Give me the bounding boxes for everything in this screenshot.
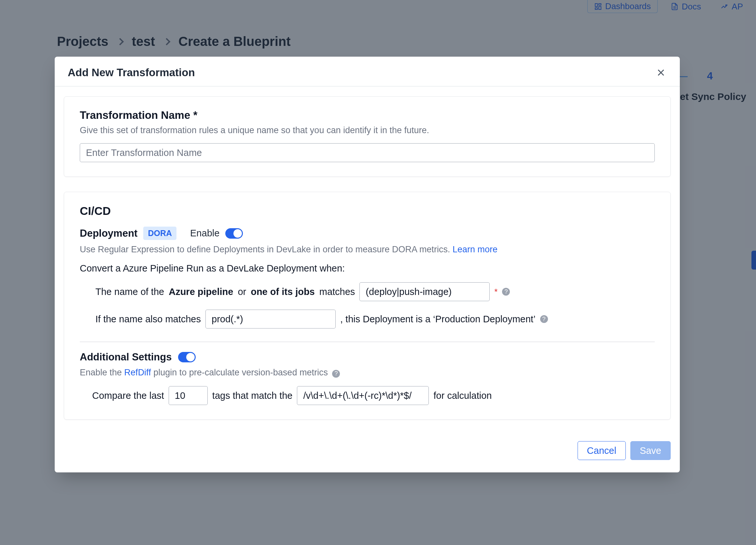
deployment-desc: Use Regular Expression to define Deploym… — [80, 245, 655, 255]
close-icon[interactable] — [655, 67, 667, 78]
deployment-row: Deployment DORA Enable — [80, 227, 655, 240]
additional-settings-row: Additional Settings — [80, 351, 655, 363]
add-transformation-modal: Add New Transformation Transformation Na… — [55, 57, 680, 472]
transformation-name-input[interactable] — [80, 143, 655, 162]
pipeline-match-rule: The name of the Azure pipeline or one of… — [80, 282, 655, 301]
convert-text: Convert a Azure Pipeline Run as a DevLak… — [80, 263, 655, 274]
cicd-title: CI/CD — [80, 204, 655, 217]
add-desc-2: plugin to pre-calculate version-based me… — [151, 368, 328, 377]
compare-t1: Compare the last — [92, 390, 164, 401]
additional-settings-desc: Enable the RefDiff plugin to pre-calcula… — [80, 368, 655, 378]
compare-count-input[interactable] — [169, 386, 208, 405]
rule1-bold2: one of its jobs — [251, 286, 315, 297]
transformation-name-title: Transformation Name * — [80, 109, 655, 121]
dora-badge: DORA — [143, 227, 176, 240]
learn-more-link[interactable]: Learn more — [453, 245, 497, 254]
rule1-text1: The name of the — [95, 286, 164, 297]
transformation-name-card: Transformation Name * Give this set of t… — [64, 96, 671, 177]
compare-pattern-input[interactable] — [297, 386, 429, 405]
rule1-text2: or — [238, 286, 246, 297]
help-icon[interactable]: ? — [332, 370, 340, 378]
help-icon[interactable]: ? — [540, 315, 548, 323]
compare-t3: for calculation — [433, 390, 492, 401]
save-button[interactable]: Save — [630, 441, 671, 460]
additional-settings-toggle[interactable] — [178, 352, 196, 362]
additional-settings-title: Additional Settings — [80, 351, 172, 363]
section-divider — [80, 342, 655, 342]
compare-t2: tags that match the — [212, 390, 293, 401]
rule1-bold1: Azure pipeline — [169, 286, 233, 297]
add-desc-1: Enable the — [80, 368, 124, 377]
compare-row: Compare the last tags that match the for… — [80, 386, 655, 405]
production-regex-input[interactable] — [205, 310, 336, 328]
modal-title: Add New Transformation — [68, 66, 195, 79]
production-match-rule: If the name also matches , this Deployme… — [80, 310, 655, 328]
help-icon[interactable]: ? — [502, 288, 510, 296]
refdiff-link[interactable]: RefDiff — [124, 368, 151, 377]
cicd-card: CI/CD Deployment DORA Enable Use Regular… — [64, 192, 671, 420]
pipeline-regex-input[interactable] — [359, 282, 490, 301]
rule2-text2: , this Deployment is a ‘Production Deplo… — [340, 314, 536, 325]
deployment-label: Deployment — [80, 228, 137, 239]
transformation-name-desc: Give this set of transformation rules a … — [80, 125, 655, 135]
rule1-text3: matches — [319, 286, 355, 297]
rule2-text1: If the name also matches — [95, 314, 201, 325]
modal-footer: Cancel Save — [55, 438, 680, 472]
cancel-button[interactable]: Cancel — [578, 441, 626, 460]
deployment-enable-toggle[interactable] — [225, 228, 243, 239]
enable-label: Enable — [190, 228, 219, 239]
required-mark: * — [494, 287, 497, 297]
deployment-desc-text: Use Regular Expression to define Deploym… — [80, 245, 453, 254]
modal-body: Transformation Name * Give this set of t… — [55, 87, 680, 438]
modal-header: Add New Transformation — [55, 57, 680, 87]
